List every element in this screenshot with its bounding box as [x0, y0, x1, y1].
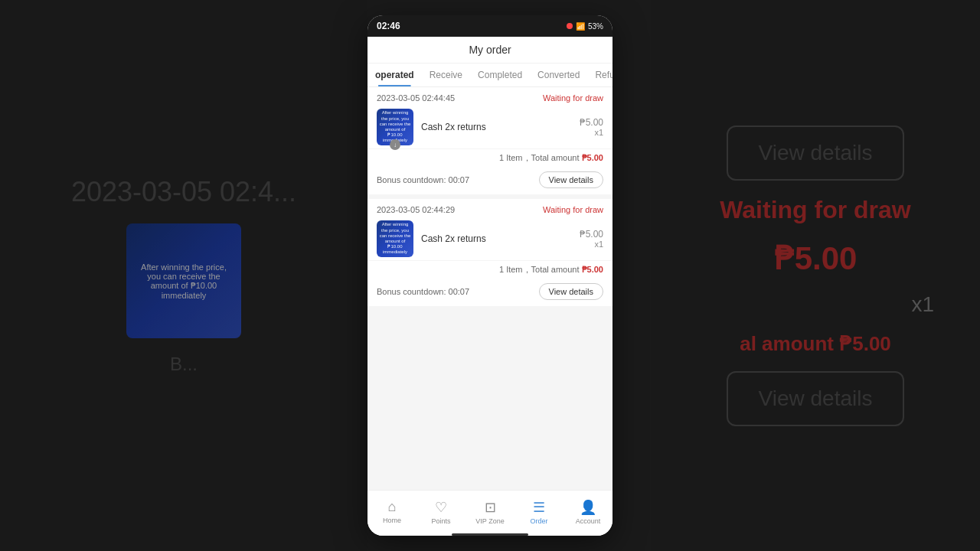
order-total-amount-2: ₱5.00 — [582, 265, 603, 274]
bonus-countdown-2: Bonus countdown: 00:07 — [377, 287, 469, 296]
page-title: My order — [469, 44, 511, 56]
signal-icon: 📶 — [576, 22, 585, 31]
bg-right-view-details: View details — [727, 126, 905, 181]
phone-frame: 02:46 📶 53% My order operated Receive Co… — [368, 15, 612, 536]
bg-left-thumbnail: After winning the price, you can receive… — [126, 223, 241, 338]
tab-operated[interactable]: operated — [368, 64, 422, 86]
order-thumbnail-1: After winning the price, you can receive… — [377, 109, 413, 145]
order-item-info-1: Cash 2x returns — [421, 122, 572, 132]
order-item-qty-2: x1 — [594, 240, 603, 249]
order-tabs: operated Receive Completed Converted Ref… — [368, 64, 612, 87]
tab-completed[interactable]: Completed — [470, 64, 530, 86]
order-footer-1: Bonus countdown: 00:07 View details — [368, 167, 612, 194]
order-card-2: 2023-03-05 02:44:29 Waiting for draw Aft… — [368, 199, 612, 306]
bg-right-total: al amount ₱5.00 — [740, 332, 891, 356]
nav-vip-label: VIP Zone — [475, 517, 504, 525]
page-title-bar: My order — [368, 37, 612, 64]
tab-receive[interactable]: Receive — [422, 64, 470, 86]
bg-left-date: 2023-03-05 02:4... — [71, 176, 296, 208]
order-item-price-1: ₱5.00 — [580, 117, 603, 128]
order-item-name-2: Cash 2x returns — [421, 233, 572, 244]
order-item-price-row-1: ₱5.00 x1 — [580, 117, 603, 137]
bg-left-bottom-text: B... — [170, 354, 198, 375]
thumb-badge-1: ↓ — [390, 139, 400, 150]
order-item-row-1: After winning the price, you can receive… — [368, 106, 612, 148]
tab-refund[interactable]: Refund — [587, 64, 612, 86]
order-item-price-row-2: ₱5.00 x1 — [580, 229, 603, 249]
order-header-2: 2023-03-05 02:44:29 Waiting for draw — [368, 199, 612, 217]
order-status-2: Waiting for draw — [543, 205, 603, 214]
order-date-1: 2023-03-05 02:44:45 — [377, 93, 455, 103]
nav-home[interactable]: ⌂ Home — [368, 491, 416, 533]
bg-right-qty: x1 — [911, 292, 934, 317]
bottom-nav: ⌂ Home ♡ Points ⊡ VIP Zone ☰ Order 👤 Acc… — [368, 490, 612, 533]
home-indicator — [368, 533, 612, 536]
order-item-row-2: After winning the price, you can receive… — [368, 217, 612, 260]
status-time: 02:46 — [377, 21, 400, 31]
status-icons: 📶 53% — [567, 22, 603, 31]
order-total-row-2: 1 Item，Total amount ₱5.00 — [368, 260, 612, 279]
order-item-price-2: ₱5.00 — [580, 229, 603, 240]
nav-order[interactable]: ☰ Order — [514, 491, 564, 533]
order-total-label-2: 1 Item，Total amount — [499, 265, 580, 274]
order-thumbnail-2: After winning the price, you can receive… — [377, 220, 413, 257]
view-details-button-2[interactable]: View details — [539, 283, 604, 300]
home-icon: ⌂ — [388, 499, 397, 515]
nav-points-label: Points — [431, 517, 450, 525]
view-details-button-1[interactable]: View details — [539, 171, 604, 188]
bonus-countdown-1: Bonus countdown: 00:07 — [377, 175, 469, 184]
order-status-1: Waiting for draw — [543, 93, 603, 103]
account-icon: 👤 — [580, 499, 596, 516]
order-total-label-1: 1 Item，Total amount — [499, 153, 580, 162]
vip-zone-icon: ⊡ — [485, 499, 496, 516]
points-icon: ♡ — [435, 499, 447, 516]
bg-right-view-details-2: View details — [727, 371, 905, 426]
status-bar: 02:46 📶 53% — [368, 15, 612, 37]
background-right: View details Waiting for draw ₱5.00 x1 a… — [651, 0, 980, 551]
nav-account-label: Account — [576, 517, 601, 525]
nav-order-label: Order — [530, 517, 547, 525]
order-date-2: 2023-03-05 02:44:29 — [377, 205, 455, 214]
nav-vip-zone[interactable]: ⊡ VIP Zone — [466, 491, 514, 533]
bg-right-price: ₱5.00 — [774, 240, 858, 277]
order-header-1: 2023-03-05 02:44:45 Waiting for draw — [368, 87, 612, 106]
order-list: 2023-03-05 02:44:45 Waiting for draw Aft… — [368, 87, 612, 490]
notification-dot — [567, 23, 573, 29]
order-item-name-1: Cash 2x returns — [421, 122, 572, 132]
order-footer-2: Bonus countdown: 00:07 View details — [368, 279, 612, 306]
order-icon: ☰ — [533, 499, 545, 516]
order-total-row-1: 1 Item，Total amount ₱5.00 — [368, 148, 612, 167]
bg-right-waiting: Waiting for draw — [720, 196, 910, 224]
battery-text: 53% — [588, 22, 603, 31]
nav-points[interactable]: ♡ Points — [416, 491, 466, 533]
tab-converted[interactable]: Converted — [530, 64, 587, 86]
background-left: 2023-03-05 02:4... After winning the pri… — [0, 0, 368, 551]
nav-home-label: Home — [383, 517, 401, 524]
order-item-info-2: Cash 2x returns — [421, 233, 572, 244]
order-item-qty-1: x1 — [594, 128, 603, 137]
thumbnail-text-2: After winning the price, you can receive… — [377, 220, 413, 257]
order-card-1: 2023-03-05 02:44:45 Waiting for draw Aft… — [368, 87, 612, 194]
indicator-bar — [452, 533, 528, 536]
order-total-amount-1: ₱5.00 — [582, 153, 603, 162]
nav-account[interactable]: 👤 Account — [564, 491, 612, 533]
